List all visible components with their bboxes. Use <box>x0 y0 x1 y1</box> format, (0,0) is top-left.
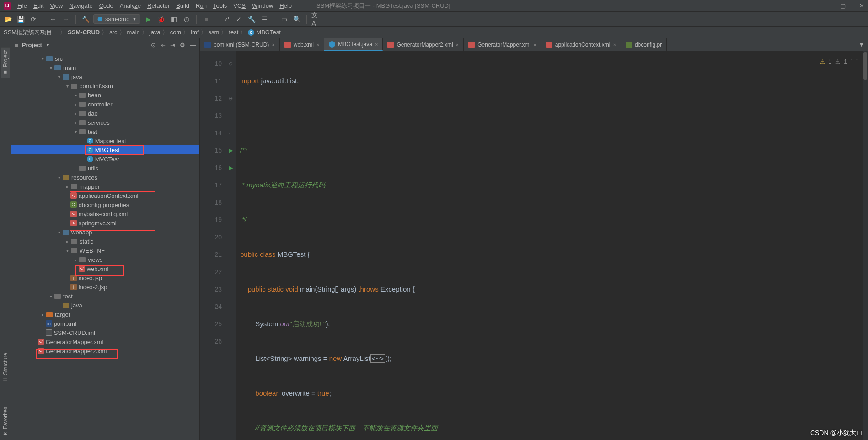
fold-gutter[interactable]: ⊖⊖⌐ ▶▶ <box>225 51 236 440</box>
wrench-icon[interactable]: 🔧 <box>246 14 257 24</box>
menu-build[interactable]: Build <box>176 2 189 9</box>
expand-icon[interactable]: ⇥ <box>170 42 175 48</box>
back-icon[interactable]: ← <box>48 14 58 24</box>
menu-analyze[interactable]: Analyze <box>120 2 141 9</box>
tab-icon[interactable]: ▭ <box>279 14 289 24</box>
run-config-selector[interactable]: ⬣ ssm-crud ▼ <box>93 14 140 24</box>
crumb-5[interactable]: com <box>170 29 182 36</box>
ide-window: IJ File Edit View Navigate Code Analyze … <box>0 0 868 440</box>
close-button[interactable]: ✕ <box>859 2 864 9</box>
favorites-tool-tab[interactable]: ★ Favorites <box>1 404 10 440</box>
maximize-button[interactable]: ▢ <box>840 2 846 9</box>
project-panel-header: ■ Project ▼ ⊙ ⇤ ⇥ ⚙ ― <box>11 38 199 52</box>
tab-mbgtest[interactable]: MBGTest.java× <box>324 38 383 51</box>
build-icon[interactable]: 🔨 <box>80 14 91 24</box>
commit-icon[interactable]: ✓ <box>234 14 244 24</box>
editor-area: pom.xml (SSM-CRUD)× web.xml× MBGTest.jav… <box>200 38 868 440</box>
class-icon: C <box>248 29 254 36</box>
tree-selected-mbgtest: C MBGTest <box>11 145 199 154</box>
vcs-icon[interactable]: ⎇ <box>221 14 231 24</box>
structure-tool-tab[interactable]: ☰ Structure <box>1 350 10 386</box>
minimize-button[interactable]: ― <box>820 2 826 9</box>
tabs-more-icon[interactable]: ▼ <box>855 38 868 51</box>
menu-navigate[interactable]: Navigate <box>69 2 92 9</box>
locate-icon[interactable]: ⊙ <box>151 42 156 48</box>
open-icon[interactable]: 📂 <box>3 14 13 24</box>
crumb-8[interactable]: test <box>229 29 238 36</box>
tab-web[interactable]: web.xml× <box>280 38 324 51</box>
left-tool-tabs: ■ Project ☰ Structure ★ Favorites <box>0 38 11 440</box>
crumb-0[interactable]: SSM框架练习项目一 <box>4 28 58 37</box>
refresh-icon[interactable]: ⟳ <box>28 14 38 24</box>
save-icon[interactable]: 💾 <box>16 14 26 24</box>
project-tool-tab[interactable]: ■ Project <box>1 48 10 78</box>
collapse-icon[interactable]: ⇤ <box>161 42 166 48</box>
tab-genmap2[interactable]: GeneratorMapper2.xml× <box>383 38 464 51</box>
editor-scrollbar[interactable] <box>863 51 868 440</box>
crumb-1[interactable]: SSM-CRUD <box>68 29 100 36</box>
crumb-7[interactable]: ssm <box>209 29 220 36</box>
menu-edit[interactable]: Edit <box>33 2 43 9</box>
menu-tools[interactable]: Tools <box>213 2 227 9</box>
crumb-2[interactable]: src <box>109 29 117 36</box>
tab-pom[interactable]: pom.xml (SSM-CRUD)× <box>200 38 280 51</box>
watermark: CSDN @小犹太 □ <box>810 429 862 437</box>
run-icon[interactable]: ▶ <box>143 14 153 24</box>
tab-dbconfig[interactable]: dbconfig.pr <box>621 38 667 51</box>
coverage-icon[interactable]: ◧ <box>169 14 179 24</box>
profile-icon[interactable]: ◷ <box>182 14 192 24</box>
project-tree[interactable]: ▾src ▾main ▾java ▾com.lmf.ssm ▸bean ▸con… <box>11 52 199 440</box>
menu-vcs[interactable]: VCS <box>233 2 246 9</box>
menu-window[interactable]: Window <box>252 2 273 9</box>
menubar: IJ File Edit View Navigate Code Analyze … <box>0 0 868 12</box>
menu-code[interactable]: Code <box>99 2 113 9</box>
line-gutter: 101112 131415 161718 192021 222324 2526 <box>200 51 225 440</box>
forward-icon[interactable]: → <box>61 14 71 24</box>
search-icon[interactable]: 🔍 <box>292 14 302 24</box>
toolbar: 📂 💾 ⟳ ← → 🔨 ⬣ ssm-crud ▼ ▶ 🐞 ◧ ◷ ■ ⎇ ✓ 🔧… <box>0 12 868 27</box>
hide-icon[interactable]: ― <box>190 42 196 48</box>
code-area[interactable]: import java.util.List; /** * mybatis逆向工程… <box>236 51 863 440</box>
crumb-9[interactable]: MBGTest <box>256 29 280 36</box>
menu-file[interactable]: File <box>17 2 27 9</box>
menu-refactor[interactable]: Refactor <box>147 2 170 9</box>
editor-tabs: pom.xml (SSM-CRUD)× web.xml× MBGTest.jav… <box>200 38 868 51</box>
stop-icon[interactable]: ■ <box>201 14 211 24</box>
debug-icon[interactable]: 🐞 <box>156 14 166 24</box>
editor-inspection-status[interactable]: ⚠1 ⚠1 ˆˇ <box>820 53 858 70</box>
project-panel: ■ Project ▼ ⊙ ⇤ ⇥ ⚙ ― ▾src ▾main ▾java ▾… <box>11 38 200 440</box>
struct-icon[interactable]: ☰ <box>259 14 269 24</box>
project-panel-title: Project <box>22 42 42 48</box>
tab-appctx[interactable]: applicationContext.xml× <box>541 38 621 51</box>
crumb-3[interactable]: main <box>127 29 140 36</box>
menu-view[interactable]: View <box>50 2 63 9</box>
run-config-label: ssm-crud <box>105 16 129 22</box>
app-logo-icon: IJ <box>4 2 11 10</box>
menu-help[interactable]: Help <box>279 2 292 9</box>
translate-icon[interactable]: 文A <box>311 14 321 24</box>
menu-run[interactable]: Run <box>196 2 207 9</box>
tab-genmap[interactable]: GeneratorMapper.xml× <box>464 38 541 51</box>
gear-icon[interactable]: ⚙ <box>180 42 185 48</box>
crumb-4[interactable]: java <box>150 29 161 36</box>
crumb-6[interactable]: lmf <box>191 29 198 36</box>
window-title: SSM框架练习项目一 - MBGTest.java [SSM-CRUD] <box>316 2 450 10</box>
breadcrumb: SSM框架练习项目一〉 SSM-CRUD〉 src〉 main〉 java〉 c… <box>0 27 868 38</box>
